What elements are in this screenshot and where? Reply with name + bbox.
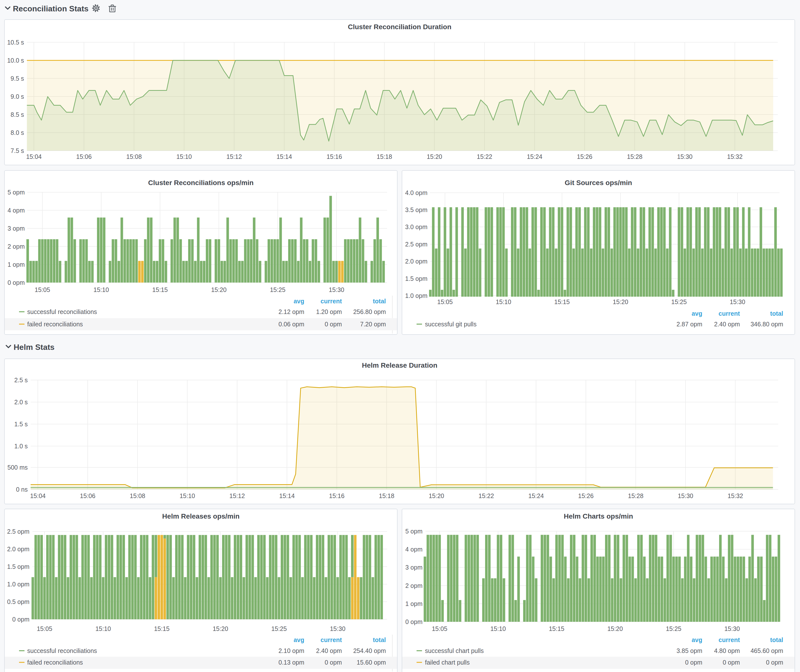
svg-text:15:15: 15:15 [152, 286, 168, 293]
svg-text:15:22: 15:22 [478, 492, 494, 499]
svg-text:8.0 s: 8.0 s [11, 129, 24, 136]
svg-text:15:10: 15:10 [490, 625, 506, 632]
svg-text:2.10 opm: 2.10 opm [278, 647, 304, 654]
svg-text:4 opm: 4 opm [405, 546, 422, 553]
svg-text:15:14: 15:14 [277, 153, 292, 160]
svg-text:successful reconciliations: successful reconciliations [27, 308, 97, 315]
svg-text:15:25: 15:25 [271, 625, 287, 632]
svg-text:Cluster Reconciliations ops/mi: Cluster Reconciliations ops/min [148, 179, 254, 187]
svg-text:3.0 opm: 3.0 opm [405, 223, 427, 230]
svg-text:15:30: 15:30 [730, 298, 745, 305]
svg-text:2.5 opm: 2.5 opm [7, 528, 29, 535]
svg-text:15:32: 15:32 [728, 492, 743, 499]
svg-text:15:15: 15:15 [554, 298, 570, 305]
svg-text:15:12: 15:12 [229, 492, 245, 499]
svg-text:failed reconciliations: failed reconciliations [27, 321, 83, 328]
svg-text:15:30: 15:30 [678, 492, 693, 499]
svg-text:total: total [770, 636, 783, 643]
svg-text:15:04: 15:04 [30, 492, 46, 499]
svg-text:15:14: 15:14 [279, 492, 295, 499]
svg-text:0 opm: 0 opm [405, 618, 422, 625]
svg-text:1.0 s: 1.0 s [14, 443, 28, 450]
svg-text:2 opm: 2 opm [8, 243, 25, 250]
svg-text:0 opm: 0 opm [325, 659, 342, 666]
svg-text:0 ns: 0 ns [16, 486, 28, 493]
svg-text:2.0 s: 2.0 s [14, 398, 28, 406]
svg-text:1.20 opm: 1.20 opm [316, 308, 342, 315]
svg-text:current: current [321, 636, 342, 643]
svg-text:Git Sources ops/min: Git Sources ops/min [565, 179, 632, 187]
svg-text:current: current [718, 636, 740, 643]
svg-text:0 opm: 0 opm [723, 659, 740, 666]
svg-text:4.0 opm: 4.0 opm [405, 189, 427, 196]
svg-text:4.80 opm: 4.80 opm [714, 647, 740, 654]
svg-text:total: total [770, 310, 783, 317]
svg-text:current: current [718, 310, 740, 317]
svg-text:15:24: 15:24 [527, 153, 542, 160]
svg-text:15:08: 15:08 [126, 153, 142, 160]
svg-text:3.5 opm: 3.5 opm [405, 206, 427, 213]
svg-text:15:16: 15:16 [329, 492, 345, 499]
svg-text:2.5 opm: 2.5 opm [405, 241, 427, 248]
svg-text:15:05: 15:05 [437, 298, 453, 305]
svg-text:500 ms: 500 ms [7, 464, 28, 471]
svg-text:15:24: 15:24 [528, 492, 544, 499]
svg-text:15:10: 15:10 [93, 286, 109, 293]
svg-text:15:18: 15:18 [379, 492, 395, 499]
svg-text:15:32: 15:32 [727, 153, 742, 160]
svg-text:2.40 opm: 2.40 opm [714, 321, 740, 328]
svg-text:7.20 opm: 7.20 opm [360, 321, 386, 328]
svg-text:3 opm: 3 opm [405, 564, 422, 571]
svg-text:15:28: 15:28 [627, 153, 643, 160]
svg-text:4 opm: 4 opm [8, 207, 25, 214]
svg-text:15:08: 15:08 [130, 492, 146, 499]
svg-text:15:06: 15:06 [76, 153, 92, 160]
svg-text:2.87 opm: 2.87 opm [677, 321, 702, 328]
svg-text:successful git pulls: successful git pulls [425, 321, 477, 328]
svg-text:successful reconciliations: successful reconciliations [27, 647, 97, 654]
svg-text:15:06: 15:06 [80, 492, 96, 499]
svg-text:failed chart pulls: failed chart pulls [425, 659, 470, 666]
svg-text:failed reconciliations: failed reconciliations [27, 659, 83, 666]
svg-text:avg: avg [692, 636, 702, 643]
svg-text:15:10: 15:10 [96, 625, 111, 632]
svg-text:15:18: 15:18 [377, 153, 392, 160]
svg-text:15:20: 15:20 [613, 298, 628, 305]
svg-text:15:05: 15:05 [37, 625, 53, 632]
svg-text:15:10: 15:10 [496, 298, 511, 305]
svg-text:Helm Releases ops/min: Helm Releases ops/min [162, 512, 240, 520]
svg-text:15:10: 15:10 [179, 492, 195, 499]
svg-text:2.12 opm: 2.12 opm [278, 308, 304, 315]
svg-text:2.0 opm: 2.0 opm [405, 258, 427, 265]
svg-text:avg: avg [692, 310, 702, 317]
svg-text:15:05: 15:05 [432, 625, 448, 632]
svg-text:1 opm: 1 opm [8, 261, 25, 268]
svg-text:465.60 opm: 465.60 opm [750, 647, 783, 654]
svg-text:3 opm: 3 opm [8, 225, 25, 232]
svg-text:15:10: 15:10 [176, 153, 192, 160]
svg-text:2.40 opm: 2.40 opm [316, 647, 342, 654]
svg-text:0 opm: 0 opm [8, 279, 25, 286]
svg-text:0 opm: 0 opm [766, 659, 783, 666]
svg-text:15:20: 15:20 [429, 492, 444, 499]
svg-text:10.0 s: 10.0 s [7, 57, 24, 64]
svg-text:avg: avg [294, 298, 304, 305]
svg-text:0.5 opm: 0.5 opm [7, 598, 29, 605]
svg-text:Helm Charts ops/min: Helm Charts ops/min [564, 512, 633, 520]
svg-text:2.0 opm: 2.0 opm [7, 546, 29, 552]
svg-text:15:05: 15:05 [35, 286, 50, 293]
svg-text:256.80 opm: 256.80 opm [353, 308, 386, 315]
svg-text:2.5 s: 2.5 s [14, 377, 28, 384]
svg-text:1.0 opm: 1.0 opm [405, 292, 427, 299]
svg-text:1.5 s: 1.5 s [14, 421, 28, 427]
svg-text:1.0 opm: 1.0 opm [7, 581, 29, 588]
svg-text:15:26: 15:26 [578, 492, 594, 499]
svg-text:5 opm: 5 opm [8, 189, 25, 196]
svg-text:0.06 opm: 0.06 opm [278, 321, 304, 328]
svg-text:10.5 s: 10.5 s [7, 39, 24, 46]
svg-text:Cluster Reconciliation Duratio: Cluster Reconciliation Duration [348, 23, 451, 31]
svg-text:15:20: 15:20 [211, 286, 227, 293]
svg-text:current: current [321, 298, 342, 305]
svg-text:9.5 s: 9.5 s [11, 75, 24, 82]
svg-text:15:30: 15:30 [677, 153, 693, 160]
